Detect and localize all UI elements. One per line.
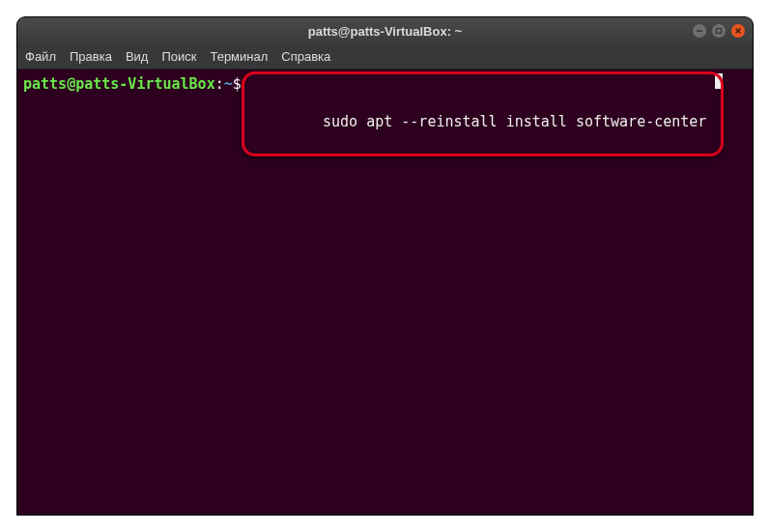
menu-edit[interactable]: Правка (70, 49, 112, 64)
prompt-userhost: patts@patts-VirtualBox (23, 75, 215, 95)
minimize-icon[interactable] (693, 24, 706, 38)
terminal-body[interactable]: patts@patts-VirtualBox:~$ sudo apt --rei… (17, 70, 753, 515)
command-text: sudo apt --reinstall install software-ce… (315, 111, 714, 132)
prompt-dollar: $ (233, 75, 242, 95)
svg-rect-1 (717, 29, 722, 34)
menu-file[interactable]: Файл (25, 49, 56, 64)
window-title: patts@patts-VirtualBox: ~ (308, 24, 462, 39)
menu-terminal[interactable]: Терминал (210, 49, 268, 64)
prompt-colon: : (215, 75, 224, 95)
window-controls (693, 24, 745, 38)
menu-help[interactable]: Справка (281, 49, 330, 64)
terminal-window: patts@patts-VirtualBox: ~ Файл Правка Ви… (17, 17, 753, 515)
menu-view[interactable]: Вид (126, 49, 149, 64)
prompt-path: ~ (224, 75, 233, 95)
prompt-line: patts@patts-VirtualBox:~$ sudo apt --rei… (23, 73, 747, 151)
menubar: Файл Правка Вид Поиск Терминал Справка (17, 44, 753, 70)
menu-search[interactable]: Поиск (161, 49, 196, 64)
maximize-icon[interactable] (712, 24, 726, 38)
close-icon[interactable] (731, 24, 745, 38)
titlebar[interactable]: patts@patts-VirtualBox: ~ (17, 17, 753, 44)
command-highlight-wrap: sudo apt --reinstall install software-ce… (245, 75, 715, 151)
